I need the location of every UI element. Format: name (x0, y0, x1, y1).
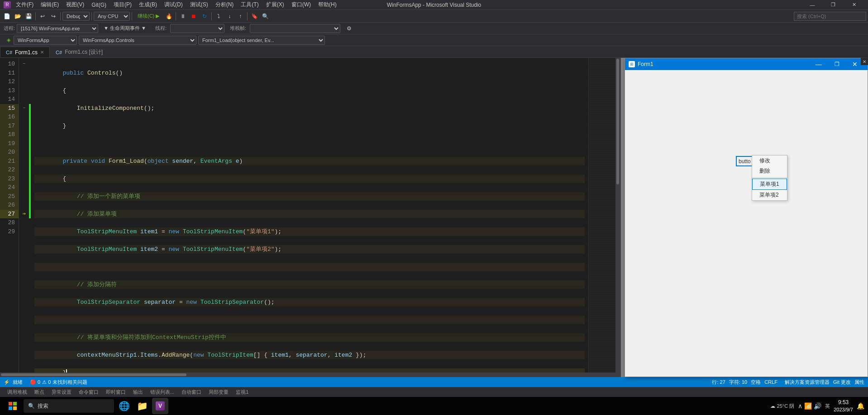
git-changes-btn[interactable]: Git 更改 (833, 379, 851, 386)
minimize-button[interactable]: — (802, 0, 823, 10)
stop-icon[interactable]: ⏹ (189, 11, 199, 21)
lifecycle-btn[interactable]: ▼ 生命周期事件 ▼ (100, 25, 150, 32)
editor-area: 10 11 12 13 14 15 16 17 18 19 20 21 22 2… (0, 58, 620, 377)
toolbar-sep-3 (91, 12, 92, 20)
right-panel: ⊞ Form1 — ❐ ✕ butto 修改 删除 (620, 58, 868, 377)
open-file-icon[interactable]: 📂 (13, 11, 23, 21)
debug-settings-icon[interactable]: ⚙ (344, 24, 354, 33)
menu-file[interactable]: 文件(F) (14, 1, 36, 9)
h-scrollbar[interactable] (0, 373, 620, 377)
code-line-10: public Controls() (34, 69, 585, 78)
menu-project[interactable]: 项目(P) (111, 1, 134, 9)
bottom-tab-watch1[interactable]: 监视1 (232, 388, 252, 396)
debug-mode-dropdown[interactable]: Debug (62, 12, 90, 21)
row-indicator: 行: 27 (712, 379, 725, 386)
form1-minimize-btn[interactable]: — (810, 58, 828, 70)
taskbar-vs-icon[interactable]: V (152, 398, 168, 414)
solution-explorer-btn[interactable]: 解决方案资源管理器 (785, 379, 830, 386)
close-button[interactable]: ✕ (844, 0, 864, 10)
properties-btn[interactable]: 属性 (854, 379, 864, 386)
restore-button[interactable]: ❐ (823, 0, 844, 10)
titlebar-left: R 文件(F) 编辑(E) 视图(V) Git(G) 项目(P) 生成(B) 调… (4, 1, 339, 9)
step-into-icon[interactable]: ↓ (224, 11, 234, 21)
save-icon[interactable]: 💾 (24, 11, 33, 21)
svg-rect-0 (9, 402, 12, 406)
menu-test[interactable]: 测试(S) (188, 1, 210, 9)
up-arrow-icon[interactable]: ∧ (798, 402, 802, 410)
ctx-item-delete[interactable]: 删除 (752, 166, 787, 176)
network-icon[interactable]: 📶 (804, 402, 812, 410)
pause-icon[interactable]: ⏸ (178, 11, 188, 21)
form1-restore-btn[interactable]: ❐ (828, 58, 846, 70)
menu-edit[interactable]: 编辑(E) (38, 1, 61, 9)
bottom-tab-immediate[interactable]: 即时窗口 (102, 388, 129, 396)
tab-form1-designer[interactable]: C# Form1.cs [设计] (50, 47, 109, 57)
line-numbers: 10 11 12 13 14 15 16 17 18 19 20 21 22 2… (0, 58, 19, 373)
cpu-dropdown[interactable]: Any CPU (94, 12, 130, 21)
step-over-icon[interactable]: ⤵ (214, 11, 224, 21)
taskbar-explorer-icon[interactable]: 📁 (134, 398, 150, 414)
play-button[interactable]: 继续(C) ▶ (134, 11, 163, 21)
code-line-24 (34, 316, 585, 325)
weather-widget[interactable]: ☁ 25°C 阴 (770, 403, 795, 410)
thread-dropdown[interactable] (170, 24, 224, 33)
col-indicator: 字符: 10 (729, 379, 747, 386)
bottom-tab-locals[interactable]: 局部变量 (205, 388, 232, 396)
menu-extensions[interactable]: 扩展(X) (264, 1, 286, 9)
tab-form1-cs-close[interactable]: ✕ (40, 50, 44, 55)
process-dropdown[interactable]: [15176] WinFormsApp.exe (17, 24, 98, 33)
taskbar-search-label: 搜索 (38, 402, 48, 410)
menu-git[interactable]: Git(G) (89, 2, 109, 8)
bottom-tab-command[interactable]: 命令窗口 (75, 388, 102, 396)
bottom-tab-breakpoints[interactable]: 断点 (31, 388, 48, 396)
tab-form1-cs[interactable]: C# Form1.cs ✕ (0, 47, 50, 57)
menu-analyze[interactable]: 分析(N) (213, 1, 236, 9)
v-scrollbar[interactable] (615, 58, 620, 373)
bottom-tab-errorlist[interactable]: 错误列表... (147, 388, 178, 396)
menu-build[interactable]: 生成(B) (137, 1, 159, 9)
form1-titlebar[interactable]: ⊞ Form1 — ❐ ✕ (625, 58, 868, 70)
code-line-16: { (34, 174, 585, 184)
undo-icon[interactable]: ↩ (38, 11, 48, 21)
nav-icon[interactable]: ◈ (4, 35, 14, 45)
taskbar-search[interactable]: 🔍 搜索 (24, 399, 114, 413)
analyze-icon[interactable]: 🔍 (260, 11, 270, 21)
step-out-icon[interactable]: ↑ (235, 11, 245, 21)
notification-icon[interactable]: 🔔 (857, 402, 864, 410)
bottom-tab-exceptions[interactable]: 异常设置 (48, 388, 75, 396)
ctx-item-menu2[interactable]: 菜单项2 (752, 190, 787, 200)
volume-icon[interactable]: 🔊 (814, 402, 821, 410)
ctx-item-edit[interactable]: 修改 (752, 156, 787, 166)
code-line-21 (34, 263, 585, 272)
ctx-item-menu1[interactable]: 菜单项1 (752, 179, 787, 190)
menu-tools[interactable]: 工具(T) (238, 1, 261, 9)
method-dropdown[interactable]: Form1_Load(object sender, Ev... (198, 36, 325, 45)
menu-debug[interactable]: 调试(D) (162, 1, 185, 9)
member-dropdown[interactable]: WinFormsApp.Controls (79, 36, 196, 45)
fire-icon[interactable]: 🔥 (164, 11, 174, 21)
clock[interactable]: 9:53 2023/9/7 (834, 399, 853, 413)
bookmark-icon[interactable]: 🔖 (249, 11, 259, 21)
start-button[interactable] (4, 398, 22, 414)
code-content[interactable]: public Controls() { InitializeComponent(… (31, 58, 588, 373)
bottom-tab-callstack[interactable]: 调用堆栈 (4, 388, 31, 396)
new-project-icon[interactable]: 📄 (2, 11, 12, 21)
menu-view[interactable]: 视图(V) (64, 1, 86, 9)
menu-help[interactable]: 帮助(H) (316, 1, 339, 9)
ctx-sep (752, 177, 787, 178)
language-indicator[interactable]: 英 (825, 403, 830, 410)
restart-icon[interactable]: ↻ (200, 11, 210, 21)
bottom-tab-auto[interactable]: 自动窗口 (178, 388, 205, 396)
status-text: 就绪 (13, 379, 23, 386)
search-input[interactable] (794, 12, 866, 21)
context-menu: 修改 删除 菜单项1 菜单项2 (752, 155, 787, 201)
class-dropdown[interactable]: WinFormsApp (14, 36, 77, 45)
bottom-tab-output[interactable]: 输出 (129, 388, 147, 396)
menu-window[interactable]: 窗口(W) (289, 1, 313, 9)
thread-label: 线程: (155, 25, 167, 32)
stack-dropdown[interactable] (250, 24, 340, 33)
code-line-17: // 添加一个新的菜单项 (34, 192, 585, 201)
taskbar-edge-icon[interactable]: 🌐 (116, 398, 132, 414)
right-panel-close[interactable]: ✕ (861, 58, 868, 65)
redo-icon[interactable]: ↪ (48, 11, 58, 21)
